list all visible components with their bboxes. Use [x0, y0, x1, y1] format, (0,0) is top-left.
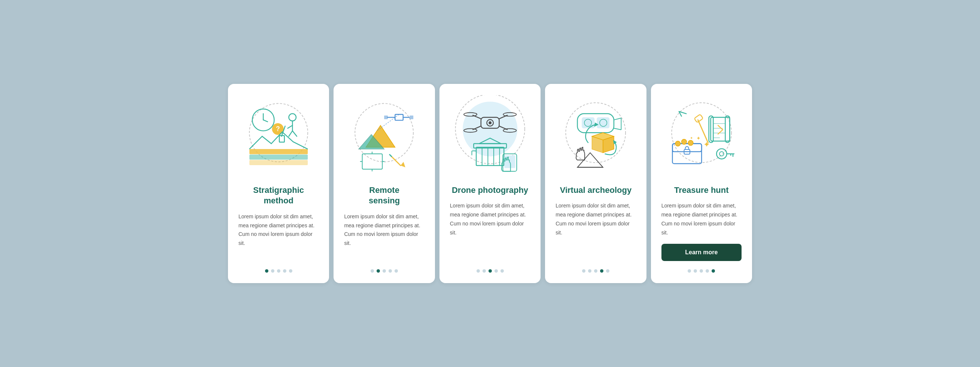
- dot-2: [694, 269, 697, 273]
- dot-2: [482, 269, 486, 273]
- dot-3: [488, 269, 492, 273]
- svg-rect-19: [395, 114, 403, 120]
- card-body-stratigraphic: Lorem ipsum dolor sit dim amet, mea regi…: [239, 212, 318, 262]
- card-dots-treasure-hunt: [688, 269, 715, 273]
- card-virtual-archeology: Virtual archeology Lorem ipsum dolor sit…: [545, 84, 646, 284]
- dot-1: [477, 269, 480, 273]
- card-title-remote-sensing: Remotesensing: [369, 185, 400, 206]
- dot-1: [688, 269, 691, 273]
- svg-text:✦: ✦: [696, 135, 700, 141]
- illustration-treasure-hunt: ✦ ✦ ✦: [662, 95, 741, 177]
- dot-2: [377, 269, 380, 273]
- svg-text:✦: ✦: [690, 136, 693, 140]
- svg-text:?: ?: [276, 125, 280, 132]
- dot-4: [600, 269, 603, 273]
- card-body-remote-sensing: Lorem ipsum dolor sit dim amet, mea regi…: [344, 212, 424, 262]
- card-treasure-hunt: ✦ ✦ ✦: [651, 84, 752, 284]
- illustration-virtual-archeology: [555, 95, 636, 177]
- card-dots-remote-sensing: [371, 269, 398, 273]
- svg-line-9: [289, 131, 292, 136]
- dot-4: [283, 269, 286, 273]
- card-title-virtual-archeology: Virtual archeology: [560, 185, 632, 196]
- svg-rect-22: [385, 115, 388, 119]
- card-title-treasure-hunt: Treasure hunt: [674, 185, 729, 196]
- dot-5: [289, 269, 292, 273]
- svg-line-64: [614, 118, 621, 120]
- svg-line-32: [390, 154, 391, 156]
- card-dots-stratigraphic: [265, 269, 292, 273]
- card-dots-drone-photography: [477, 269, 504, 273]
- dot-3: [700, 269, 703, 273]
- card-body-virtual-archeology: Lorem ipsum dolor sit dim amet, mea regi…: [555, 201, 636, 261]
- dot-2: [588, 269, 592, 273]
- svg-line-65: [614, 128, 621, 129]
- illustration-stratigraphic: ?: [239, 95, 318, 177]
- dot-1: [265, 269, 268, 273]
- svg-point-82: [675, 141, 681, 146]
- svg-point-6: [289, 113, 296, 121]
- dot-1: [371, 269, 374, 273]
- svg-point-37: [488, 121, 492, 124]
- card-drone-photography: Drone photography Lorem ipsum dolor sit …: [439, 84, 541, 284]
- svg-point-83: [681, 139, 687, 144]
- dot-5: [712, 269, 715, 273]
- card-body-drone-photography: Lorem ipsum dolor sit dim amet, mea regi…: [450, 201, 530, 261]
- dot-3: [277, 269, 280, 273]
- learn-more-button[interactable]: Learn more: [662, 244, 741, 261]
- dot-2: [271, 269, 274, 273]
- dot-3: [594, 269, 597, 273]
- illustration-drone-photography: [450, 95, 530, 177]
- dot-4: [706, 269, 709, 273]
- dot-4: [388, 269, 392, 273]
- dot-4: [495, 269, 498, 273]
- card-remote-sensing: Remotesensing Lorem ipsum dolor sit dim …: [334, 84, 434, 284]
- dot-3: [383, 269, 386, 273]
- svg-rect-14: [249, 154, 308, 160]
- svg-rect-25: [362, 153, 383, 169]
- svg-rect-23: [410, 115, 414, 119]
- dot-1: [582, 269, 585, 273]
- svg-rect-87: [725, 116, 730, 142]
- card-body-treasure-hunt: Lorem ipsum dolor sit dim amet, mea regi…: [662, 201, 741, 237]
- card-stratigraphic: ? Stratigraphicmethod Lorem ipsum dolor …: [228, 84, 329, 284]
- dot-5: [501, 269, 504, 273]
- dot-5: [606, 269, 609, 273]
- svg-rect-13: [249, 149, 308, 154]
- illustration-remote-sensing: [344, 95, 424, 177]
- svg-point-84: [688, 140, 693, 145]
- svg-point-92: [716, 149, 727, 159]
- svg-line-8: [288, 125, 293, 128]
- svg-rect-98: [694, 114, 703, 123]
- dot-5: [395, 269, 398, 273]
- card-title-drone-photography: Drone photography: [452, 185, 528, 196]
- card-dots-virtual-archeology: [582, 269, 609, 273]
- svg-marker-31: [401, 162, 406, 168]
- cards-container: ? Stratigraphicmethod Lorem ipsum dolor …: [228, 84, 752, 284]
- svg-line-3: [263, 120, 268, 122]
- card-title-stratigraphic: Stratigraphicmethod: [253, 185, 304, 206]
- svg-line-10: [292, 131, 297, 136]
- svg-rect-15: [249, 160, 308, 165]
